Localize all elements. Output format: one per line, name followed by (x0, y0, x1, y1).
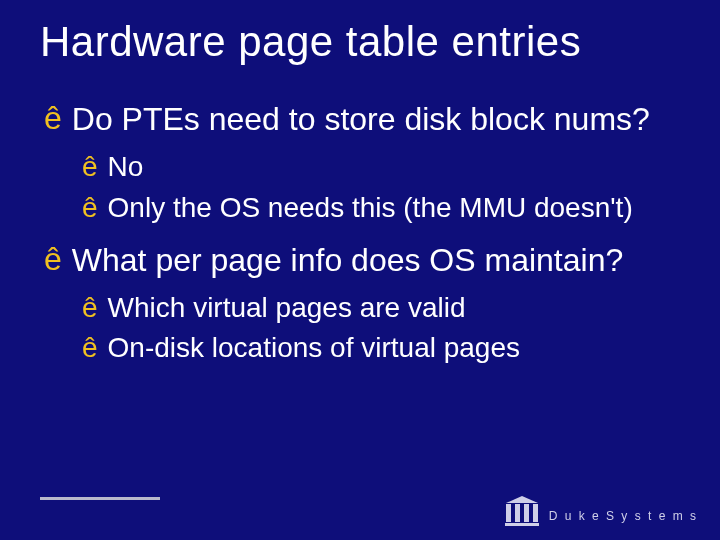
bullet-group: ê What per page info does OS maintain? ê… (40, 241, 690, 366)
bullet-group: ê Do PTEs need to store disk block nums?… (40, 100, 690, 225)
bullet-level1: ê Do PTEs need to store disk block nums? (40, 100, 690, 138)
bullet-level2: ê On-disk locations of virtual pages (40, 331, 690, 365)
bullet-text: Which virtual pages are valid (108, 291, 466, 325)
building-icon (505, 496, 539, 526)
footer-divider (40, 497, 160, 500)
bullet-text: Only the OS needs this (the MMU doesn't) (108, 191, 633, 225)
bullet-level2: ê No (40, 150, 690, 184)
bullet-level1: ê What per page info does OS maintain? (40, 241, 690, 279)
bullet-text: What per page info does OS maintain? (72, 241, 623, 279)
logo-text: D u k e S y s t e m s (549, 509, 698, 526)
bullet-level2: ê Which virtual pages are valid (40, 291, 690, 325)
bullet-text: No (108, 150, 144, 184)
bullet-level2: ê Only the OS needs this (the MMU doesn'… (40, 191, 690, 225)
bullet-text: Do PTEs need to store disk block nums? (72, 100, 650, 138)
logo: D u k e S y s t e m s (505, 496, 698, 526)
bullet-marker-icon: ê (82, 191, 98, 225)
bullet-marker-icon: ê (82, 150, 98, 184)
bullet-text: On-disk locations of virtual pages (108, 331, 520, 365)
slide-title: Hardware page table entries (40, 18, 690, 66)
bullet-marker-icon: ê (44, 100, 62, 137)
slide: Hardware page table entries ê Do PTEs ne… (0, 0, 720, 540)
bullet-marker-icon: ê (44, 241, 62, 278)
bullet-marker-icon: ê (82, 291, 98, 325)
bullet-marker-icon: ê (82, 331, 98, 365)
